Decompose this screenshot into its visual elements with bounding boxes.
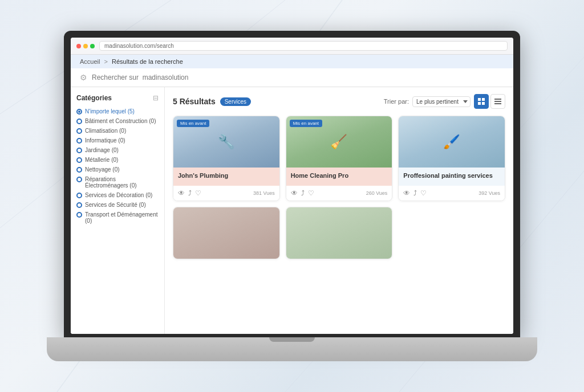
category-radio-informatique [76,138,82,144]
bottom-card-illustration-1 [173,207,279,259]
browser-url-bar[interactable]: madinasolution.com/search [99,41,508,51]
sidebar-item-transport[interactable]: Transport et Déménagement (0) [76,210,159,226]
category-radio-transport [76,212,82,218]
sort-section: Trier par: Le plus pertinent Le plus réc… [384,94,505,109]
category-radio-nettoyage [76,167,82,173]
sidebar-item-securite[interactable]: Services de Sécurité (0) [76,200,159,210]
card-cleaning[interactable]: Mis en avant Home Cleaning Pro 👁 ⤴ [286,116,393,201]
card-painting[interactable]: Proffesional painting services 👁 ⤴ ♡ 392… [398,116,505,201]
laptop-bezel: madinasolution.com/search Accueil > Résu… [64,31,520,338]
search-input[interactable] [92,74,504,81]
card-body-painting: Proffesional painting services [399,168,505,186]
category-label-transport: Transport et Déménagement (0) [85,211,159,224]
view-grid-button[interactable] [474,94,489,109]
laptop-wrapper: madinasolution.com/search Accueil > Résu… [47,31,537,361]
main-layout: Catégories ⊟ N'importe lequel (5) Bâtime… [71,87,513,334]
view-icon-plumbing[interactable]: 👁 [178,189,185,197]
card-footer-cleaning: 👁 ⤴ ♡ 260 Vues [286,186,392,201]
category-radio-batiment [76,119,82,124]
results-count: 5 Résultats [173,97,216,106]
category-radio-reparations [76,177,82,182]
like-icon-plumbing[interactable]: ♡ [195,189,201,197]
category-label-nettoyage: Nettoyage (0) [85,166,120,173]
share-icon-painting[interactable]: ⤴ [413,189,417,197]
sidebar-item-reparations[interactable]: Réparations Électroménagers (0) [76,174,159,190]
results-type-badge: Services [220,97,251,106]
sidebar-item-informatique[interactable]: Informatique (0) [76,136,159,145]
share-icon-plumbing[interactable]: ⤴ [188,189,192,197]
card-actions-cleaning: 👁 ⤴ ♡ [291,189,314,197]
sidebar-item-all[interactable]: N'importe lequel (5) [76,107,159,116]
card-views-plumbing: 381 Vues [253,190,275,196]
category-radio-jardinage [76,148,82,153]
breadcrumb-separator: > [104,58,108,65]
filter-icon[interactable]: ⊟ [153,94,159,102]
search-settings-icon: ⚙ [80,73,87,82]
browser-dots [76,44,95,48]
sidebar-title: Catégories [76,94,112,102]
view-icon-cleaning[interactable]: 👁 [291,189,298,197]
category-label-securite: Services de Sécurité (0) [85,202,146,208]
card-body-cleaning: Home Cleaning Pro [286,168,392,186]
category-radio-metallerie [76,157,82,163]
sidebar-item-decoration[interactable]: Services de Décoration (0) [76,190,159,200]
view-list-button[interactable] [490,94,505,109]
card-image-partial-2 [286,207,392,259]
svg-rect-6 [482,98,485,101]
close-dot[interactable] [76,44,81,48]
svg-rect-11 [494,103,501,104]
category-label-jardinage: Jardinage (0) [85,147,119,153]
sidebar-item-metallerie[interactable]: Métallerie (0) [76,155,159,165]
card-image-painting [399,116,505,168]
card-body-plumbing: John's Plumbing [173,168,279,186]
category-label-all: N'importe lequel (5) [85,108,135,115]
card-title-painting: Proffesional painting services [403,172,500,179]
card-image-plumbing: Mis en avant [173,116,279,168]
painting-illustration [399,116,505,168]
sidebar: Catégories ⊟ N'importe lequel (5) Bâtime… [71,87,165,334]
sidebar-item-jardinage[interactable]: Jardinage (0) [76,145,159,155]
breadcrumb-home[interactable]: Accueil [80,58,100,65]
card-image-cleaning: Mis en avant [286,116,392,168]
category-label-batiment: Bâtiment et Construction (0) [85,118,156,124]
minimize-dot[interactable] [83,44,88,48]
svg-rect-7 [478,102,481,105]
view-icon-painting[interactable]: 👁 [403,189,410,197]
category-label-informatique: Informatique (0) [85,137,125,144]
laptop-base [47,337,537,361]
sidebar-item-batiment[interactable]: Bâtiment et Construction (0) [76,116,159,126]
category-radio-all [76,109,82,115]
cards-grid-row2 [173,207,505,259]
card-partial-2[interactable] [286,207,393,259]
search-bar: ⚙ [71,68,513,87]
page-content: Accueil > Résultats de la recherche ⚙ Ca… [71,55,513,334]
card-badge-cleaning: Mis en avant [290,120,322,127]
laptop-screen: madinasolution.com/search Accueil > Résu… [71,38,513,334]
like-icon-cleaning[interactable]: ♡ [308,189,314,197]
results-header: 5 Résultats Services Trier par: Le plus … [173,94,505,109]
sort-select[interactable]: Le plus pertinent Le plus récent Prix cr… [412,96,471,107]
card-plumbing[interactable]: Mis en avant John's Plumbing 👁 ⤴ ♡ [173,116,280,201]
sidebar-item-climatisation[interactable]: Climatisation (0) [76,126,159,136]
card-image-partial-1 [173,207,279,259]
category-label-metallerie: Métallerie (0) [85,157,118,163]
card-footer-plumbing: 👁 ⤴ ♡ 381 Vues [173,186,279,201]
card-actions-plumbing: 👁 ⤴ ♡ [178,189,201,197]
browser-nav: madinasolution.com/search [71,38,513,55]
category-label-decoration: Services de Décoration (0) [85,192,152,198]
category-radio-securite [76,202,82,208]
sidebar-item-nettoyage[interactable]: Nettoyage (0) [76,165,159,174]
maximize-dot[interactable] [90,44,95,48]
svg-rect-10 [494,101,501,102]
card-actions-painting: 👁 ⤴ ♡ [403,189,427,197]
category-label-reparations: Réparations Électroménagers (0) [85,176,159,189]
cards-grid: Mis en avant John's Plumbing 👁 ⤴ ♡ [173,116,505,201]
card-title-cleaning: Home Cleaning Pro [291,172,388,179]
share-icon-cleaning[interactable]: ⤴ [301,189,305,197]
sort-label: Trier par: [384,98,409,105]
category-label-climatisation: Climatisation (0) [85,128,126,134]
card-partial-1[interactable] [173,207,280,259]
like-icon-painting[interactable]: ♡ [420,189,427,197]
card-badge-plumbing: Mis en avant [177,120,209,127]
svg-rect-8 [482,102,485,105]
